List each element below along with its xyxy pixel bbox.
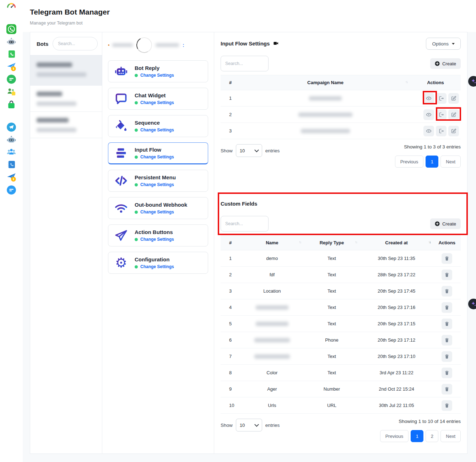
selected-bot-header — [108, 35, 208, 55]
input-flow-create-button[interactable]: Create — [430, 58, 461, 69]
delete-button[interactable] — [442, 384, 452, 395]
delete-button[interactable] — [442, 302, 452, 313]
page-1-button[interactable]: 1 — [411, 430, 423, 442]
column-header-campaign-name[interactable]: Campaign Name ↑↓ — [240, 75, 410, 90]
next-page-button[interactable]: Next — [440, 430, 461, 442]
change-settings-link[interactable]: Change Settings — [140, 127, 174, 132]
dashboard-speedometer-icon[interactable] — [6, 2, 16, 12]
trash-icon — [444, 321, 450, 327]
view-button[interactable] — [423, 109, 434, 120]
options-button[interactable]: Options — [426, 38, 461, 50]
column-header-name[interactable]: Name↑↓ — [240, 235, 304, 250]
telegram-group-icon[interactable] — [6, 147, 16, 157]
campaign-row-1: 1 — [221, 90, 461, 107]
sms-chat-icon[interactable] — [6, 74, 16, 84]
custom-fields-create-button[interactable]: Create — [430, 218, 461, 229]
change-settings-link[interactable]: Change Settings — [140, 100, 174, 105]
edit-button[interactable] — [448, 126, 459, 136]
delete-button[interactable] — [442, 335, 452, 346]
delete-button[interactable] — [442, 400, 452, 411]
page-header: Telegram Bot Manager Manage your Telegra… — [23, 0, 476, 32]
delete-button[interactable] — [442, 253, 452, 264]
page-2-button[interactable]: 2 — [426, 430, 438, 442]
page-size-select[interactable]: 10 — [236, 419, 262, 431]
edit-button[interactable] — [448, 93, 459, 104]
video-camera-icon[interactable] — [273, 40, 279, 46]
delete-button[interactable] — [442, 270, 452, 280]
telegram-icon[interactable] — [6, 122, 16, 132]
campaign-plane-coin-icon[interactable] — [6, 61, 16, 71]
sparkle-icon — [470, 301, 476, 307]
telegram-contacts-icon[interactable] — [6, 159, 16, 169]
file-export-icon — [438, 96, 444, 101]
bot-list-item-3[interactable] — [30, 112, 102, 138]
change-settings-link[interactable]: Change Settings — [140, 264, 174, 269]
view-button[interactable] — [423, 93, 434, 104]
page-subtitle: Manage your Telegram bot — [30, 21, 82, 26]
status-dot — [135, 156, 138, 159]
chatbot-icon[interactable] — [6, 37, 16, 47]
settings-card-action-buttons[interactable]: Action Buttons Change Settings — [108, 224, 208, 246]
telegram-chat-icon[interactable] — [6, 185, 16, 195]
custom-field-row: 10 Urls URL 30th Jul 22 11:05 — [221, 397, 461, 414]
blurred-bot-name — [37, 118, 69, 123]
custom-fields-search-input[interactable] — [221, 216, 269, 232]
delete-button[interactable] — [442, 319, 452, 329]
change-settings-link[interactable]: Change Settings — [140, 210, 174, 214]
card-title: Chat Widget — [135, 92, 174, 98]
delete-button[interactable] — [442, 368, 452, 378]
change-settings-link[interactable]: Change Settings — [140, 154, 174, 159]
menu-dots-icon[interactable] — [183, 42, 184, 48]
bots-search-input[interactable] — [53, 37, 98, 50]
entries-label: entries — [265, 423, 280, 428]
delete-button[interactable] — [442, 286, 452, 297]
column-header-created-at[interactable]: Created at↑↓ — [360, 235, 433, 250]
entries-summary: Showing 1 to 3 of 3 entries — [404, 144, 461, 151]
section-title-input-flow: Input Flow Settings — [221, 40, 270, 47]
ai-assistant-button[interactable] — [468, 299, 476, 309]
column-header-reply-type[interactable]: Reply Type↑↓ — [304, 235, 360, 250]
show-label: Show — [221, 423, 233, 428]
page-1-button[interactable]: 1 — [426, 156, 438, 168]
custom-field-row: 9 Ager Number 2nd Oct 22 15:24 — [221, 381, 461, 397]
change-settings-link[interactable]: Change Settings — [140, 182, 174, 187]
page-title: Telegram Bot Manager — [30, 8, 110, 16]
settings-card-input-flow[interactable]: Input Flow Change Settings — [108, 142, 208, 164]
input-flow-search-input[interactable] — [221, 56, 269, 71]
change-settings-link[interactable]: Change Settings — [140, 237, 174, 242]
column-header-actions: Actions — [433, 235, 461, 250]
bot-list-item-1[interactable] — [30, 55, 102, 86]
contacts-phone-icon[interactable] — [6, 49, 16, 59]
edit-button[interactable] — [448, 109, 459, 120]
telegram-bot-icon[interactable] — [6, 135, 16, 145]
export-button[interactable] — [436, 93, 447, 104]
next-page-button[interactable]: Next — [440, 156, 461, 168]
bots-column: Bots — [30, 32, 102, 453]
settings-card-configuration[interactable]: ⚙ Configuration Change Settings — [108, 252, 208, 274]
view-button[interactable] — [423, 126, 434, 136]
telegram-campaign-icon[interactable] — [6, 172, 16, 182]
column-header-num[interactable]: # — [221, 75, 240, 90]
export-button[interactable] — [436, 109, 447, 120]
page-size-select[interactable]: 10 — [236, 144, 262, 157]
trash-icon — [444, 288, 450, 294]
change-settings-link[interactable]: Change Settings — [140, 73, 174, 78]
settings-card-persistent-menu[interactable]: Persistent Menu Change Settings — [108, 170, 208, 192]
delete-button[interactable] — [442, 351, 452, 362]
previous-page-button[interactable]: Previous — [395, 156, 424, 168]
column-header-num[interactable]: # — [221, 235, 240, 250]
persistent-menu-icon — [113, 173, 129, 189]
group-puzzle-icon[interactable] — [6, 87, 16, 97]
previous-page-button[interactable]: Previous — [380, 430, 409, 442]
settings-card-bot-reply[interactable]: Bot Reply Change Settings — [108, 60, 208, 82]
bot-manager-panel: Bots — [30, 32, 467, 454]
bot-list-item-2[interactable] — [30, 86, 102, 112]
ai-assistant-button[interactable] — [468, 76, 476, 87]
whatsapp-icon[interactable] — [6, 24, 16, 34]
export-button[interactable] — [436, 126, 447, 136]
settings-card-outbound-webhook[interactable]: Out-bound Webhook Change Settings — [108, 197, 208, 219]
edit-icon — [451, 112, 456, 118]
shop-bag-icon[interactable] — [6, 100, 16, 110]
settings-card-sequence[interactable]: Sequence Change Settings — [108, 115, 208, 137]
settings-card-chat-widget[interactable]: Chat Widget Change Settings — [108, 88, 208, 110]
